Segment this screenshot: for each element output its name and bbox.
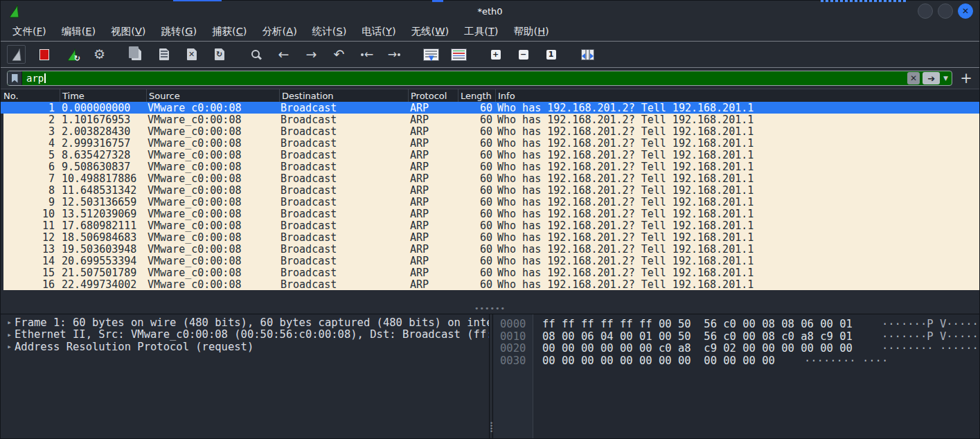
zoom-out-button[interactable]: − (514, 45, 533, 64)
column-header-protocol[interactable]: Protocol (408, 89, 458, 102)
menu-item-edit[interactable]: 编辑(E) (54, 21, 104, 41)
hex-bytes[interactable]: 00 00 00 00 00 00 c0 a8 c9 02 00 00 00 0… (542, 342, 853, 355)
horizontal-pane-splitter[interactable]: •••••• (1, 308, 979, 314)
goto-packet-button[interactable]: ↶ (330, 45, 348, 64)
column-header-no[interactable]: No. (1, 89, 60, 102)
table-row[interactable]: 1013.512039069VMware_c0:00:08BroadcastAR… (1, 208, 979, 220)
hex-line[interactable]: 003000 00 00 00 00 00 00 00 00 00 00 00·… (493, 355, 979, 367)
menu-item-wireless[interactable]: 无线(W) (404, 21, 457, 41)
cell-protocol: ARP (408, 220, 458, 231)
column-header-info[interactable]: Info (495, 89, 979, 102)
column-header-time[interactable]: Time (60, 89, 146, 102)
expander-triangle-icon[interactable]: ▸ (4, 318, 15, 327)
table-row[interactable]: 1622.499734002VMware_c0:00:08BroadcastAR… (1, 278, 979, 290)
cell-length: 60 (458, 220, 495, 231)
cell-no: 11 (3, 220, 60, 231)
arrow-left-icon: ← (278, 48, 289, 61)
hex-line[interactable]: 002000 00 00 00 00 00 c0 a8 c9 02 00 00 … (493, 342, 979, 355)
table-row[interactable]: 1319.503603948VMware_c0:00:08BroadcastAR… (1, 243, 979, 255)
find-packet-button[interactable] (247, 45, 265, 64)
hex-ascii[interactable]: ·······P V······· (882, 330, 979, 343)
table-row[interactable]: 10.000000000VMware_c0:00:08BroadcastARP6… (1, 102, 979, 114)
close-file-button[interactable]: ✕ (182, 45, 201, 64)
cell-length: 60 (458, 208, 495, 220)
table-row[interactable]: 1420.699553394VMware_c0:00:08BroadcastAR… (1, 255, 979, 267)
capture-options-button[interactable]: ⚙ (90, 45, 109, 64)
resize-columns-icon (581, 49, 594, 60)
cell-source: VMware_c0:00:08 (146, 231, 279, 243)
hex-ascii[interactable]: ········ ········ (882, 342, 979, 355)
menu-item-help[interactable]: 帮助(H) (506, 21, 556, 41)
detail-tree-item[interactable]: ▸Ethernet II, Src: VMware_c0:00:08 (00:5… (1, 329, 489, 341)
zoom-in-button[interactable]: + (486, 45, 505, 64)
cell-length: 60 (458, 278, 495, 290)
hex-ascii[interactable]: ········ ···· (804, 355, 888, 367)
expander-triangle-icon[interactable]: ▸ (4, 330, 15, 339)
background-window-artifact (432, 0, 443, 2)
minimize-button[interactable] (918, 3, 933, 19)
filter-apply-button[interactable]: ➔ (923, 72, 940, 84)
hex-ascii[interactable]: ·······P V······· (882, 318, 979, 330)
clear-icon: ✕ (910, 73, 917, 83)
table-row[interactable]: 32.003828430VMware_c0:00:08BroadcastARP6… (1, 125, 979, 137)
menu-item-analyze[interactable]: 分析(A) (255, 21, 305, 41)
table-row[interactable]: 710.498817886VMware_c0:00:08BroadcastARP… (1, 172, 979, 184)
cell-info: Who has 192.168.201.2? Tell 192.168.201.… (495, 125, 979, 137)
menu-item-telephony[interactable]: 电话(Y) (354, 21, 403, 41)
cell-info: Who has 192.168.201.2? Tell 192.168.201.… (495, 161, 979, 172)
resize-columns-button[interactable] (578, 45, 597, 64)
expander-triangle-icon[interactable]: ▸ (4, 342, 15, 351)
table-row[interactable]: 42.999316757VMware_c0:00:08BroadcastARP6… (1, 137, 979, 149)
cell-time: 20.699553394 (60, 255, 146, 267)
filter-clear-button[interactable]: ✕ (907, 72, 920, 84)
open-file-icon (132, 48, 141, 60)
filter-bookmark-button[interactable] (8, 71, 22, 85)
cell-source: VMware_c0:00:08 (146, 125, 279, 137)
hex-line[interactable]: 0000ff ff ff ff ff ff 00 50 56 c0 00 08 … (493, 318, 979, 330)
table-row[interactable]: 21.101676953VMware_c0:00:08BroadcastARP6… (1, 114, 979, 125)
table-row[interactable]: 811.648531342VMware_c0:00:08BroadcastARP… (1, 184, 979, 196)
cell-info: Who has 192.168.201.2? Tell 192.168.201.… (495, 278, 979, 290)
cell-info: Who has 192.168.201.2? Tell 192.168.201.… (495, 243, 979, 255)
table-row[interactable]: 1521.507501789VMware_c0:00:08BroadcastAR… (1, 267, 979, 278)
autoscroll-button[interactable]: ▼ (422, 45, 440, 64)
cell-length: 60 (458, 267, 495, 278)
next-packet-button[interactable]: → (302, 45, 321, 64)
column-header-destination[interactable]: Destination (279, 89, 408, 102)
open-file-button[interactable] (127, 45, 145, 64)
table-row[interactable]: 1117.680982111VMware_c0:00:08BroadcastAR… (1, 220, 979, 231)
filter-dropdown-caret[interactable]: ▼ (940, 75, 952, 82)
hex-bytes[interactable]: 00 00 00 00 00 00 00 00 00 00 00 00 (542, 355, 775, 367)
table-row[interactable]: 58.635427328VMware_c0:00:08BroadcastARP6… (1, 149, 979, 161)
hex-bytes[interactable]: 08 00 06 04 00 01 00 50 56 c0 00 08 c0 a… (542, 330, 853, 343)
restart-capture-button[interactable]: ↻ (62, 45, 81, 64)
colorize-button[interactable] (449, 45, 468, 64)
table-row[interactable]: 69.508630837VMware_c0:00:08BroadcastARP6… (1, 161, 979, 172)
detail-tree-item[interactable]: ▸Frame 1: 60 bytes on wire (480 bits), 6… (1, 316, 489, 329)
stop-capture-button[interactable] (35, 45, 53, 64)
maximize-button[interactable] (938, 3, 953, 19)
table-row[interactable]: 1218.506984683VMware_c0:00:08BroadcastAR… (1, 231, 979, 243)
menu-item-capture[interactable]: 捕获(C) (204, 21, 254, 41)
last-packet-button[interactable]: → (385, 45, 404, 64)
menu-item-statistics[interactable]: 统计(S) (305, 21, 355, 41)
hex-bytes[interactable]: ff ff ff ff ff ff 00 50 56 c0 00 08 08 0… (542, 318, 853, 330)
save-file-button[interactable] (154, 45, 173, 64)
menu-item-view[interactable]: 视图(V) (103, 21, 153, 41)
menu-item-go[interactable]: 跳转(G) (153, 21, 204, 41)
add-filter-button[interactable]: + (959, 71, 973, 85)
detail-tree-item[interactable]: ▸Address Resolution Protocol (request) (1, 341, 489, 353)
column-header-length[interactable]: Length (458, 89, 495, 102)
column-header-source[interactable]: Source (146, 89, 279, 102)
menu-item-tools[interactable]: 工具(T) (456, 21, 506, 41)
hex-line[interactable]: 001008 00 06 04 00 01 00 50 56 c0 00 08 … (493, 330, 979, 343)
menu-item-file[interactable]: 文件(F) (5, 21, 54, 41)
start-capture-button[interactable] (7, 45, 26, 64)
table-row[interactable]: 912.503136659VMware_c0:00:08BroadcastARP… (1, 196, 979, 208)
first-packet-button[interactable]: ← (357, 45, 376, 64)
close-button[interactable]: ✕ (958, 3, 973, 19)
zoom-reset-button[interactable]: 1 (542, 45, 560, 64)
display-filter-input[interactable]: arp ✕ ➔ ▼ (7, 71, 952, 86)
reload-file-button[interactable]: ↻ (210, 45, 229, 64)
prev-packet-button[interactable]: ← (274, 45, 293, 64)
